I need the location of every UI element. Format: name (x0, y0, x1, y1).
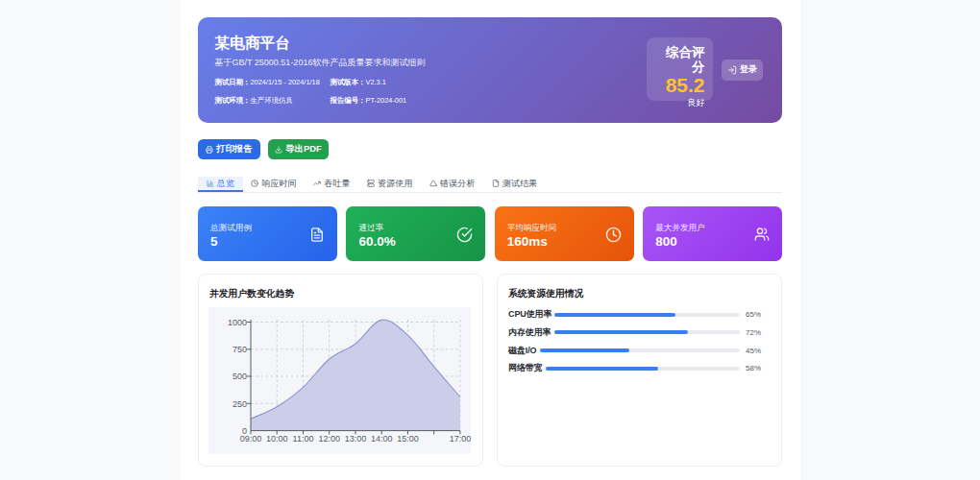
svg-text:17:00: 17:00 (450, 433, 472, 443)
svg-text:14:00: 14:00 (371, 433, 393, 443)
svg-text:11:00: 11:00 (293, 433, 314, 443)
svg-text:10:00: 10:00 (266, 433, 288, 443)
svg-text:750: 750 (233, 345, 247, 354)
svg-text:15:00: 15:00 (397, 433, 419, 443)
svg-text:09:00: 09:00 (240, 433, 262, 443)
svg-text:250: 250 (233, 398, 247, 408)
svg-text:13:00: 13:00 (345, 433, 367, 443)
svg-text:12:00: 12:00 (318, 433, 340, 443)
svg-text:1000: 1000 (228, 317, 247, 326)
svg-text:500: 500 (233, 372, 247, 381)
